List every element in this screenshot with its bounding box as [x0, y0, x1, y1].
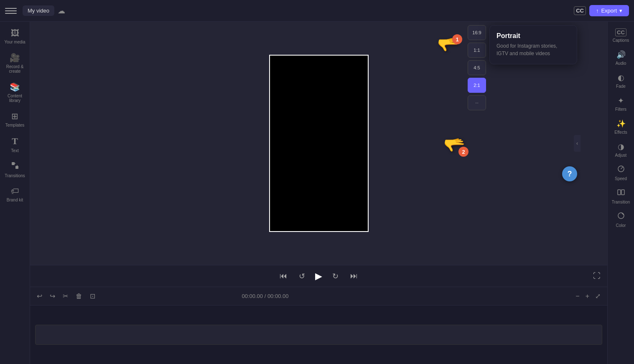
video-canvas	[269, 55, 369, 232]
time-separator: /	[265, 293, 267, 299]
topbar: My video ☁ CC ↑ Export ▾	[0, 0, 634, 22]
ar-btn-1-1[interactable]: 1:1	[468, 43, 486, 58]
sidebar-item-record-create[interactable]: 🎥 Record & create	[2, 49, 28, 77]
sidebar-item-label: Text	[11, 148, 18, 153]
rp-item-label: Captions	[613, 38, 629, 43]
rp-item-label: Speed	[615, 176, 627, 181]
sidebar-item-templates[interactable]: ⊞ Templates	[2, 108, 28, 131]
fast-forward-button[interactable]: ↻	[331, 270, 340, 283]
sidebar-item-transitions[interactable]: Transitions	[2, 158, 28, 181]
sidebar-item-label: Brand kit	[7, 198, 23, 202]
fade-panel-icon: ◐	[618, 73, 624, 82]
undo-button[interactable]: ↩	[35, 290, 44, 302]
rp-item-transition[interactable]: Transition	[609, 185, 633, 208]
cursor-hand-1: 🫳	[437, 34, 459, 55]
topbar-right: CC ↑ Export ▾	[574, 5, 629, 16]
rp-item-effects[interactable]: ✨ Effects	[609, 116, 633, 138]
total-time: 00:00.00	[267, 293, 289, 299]
main-area: 🖼 Your media 🎥 Record & create 📚 Content…	[0, 22, 634, 364]
rp-item-filters[interactable]: ✦ Filters	[609, 93, 633, 115]
rp-item-adjust[interactable]: ◑ Adjust	[609, 139, 633, 161]
transition-panel-icon	[617, 188, 625, 198]
color-panel-icon	[617, 212, 625, 221]
captions-icon[interactable]: CC	[574, 6, 586, 15]
rp-item-audio[interactable]: 🔊 Audio	[609, 47, 633, 69]
ar-btn-2-1[interactable]: 2:1	[468, 78, 486, 93]
redo-button[interactable]: ↪	[48, 290, 57, 302]
sidebar-item-label: Record & create	[3, 64, 27, 74]
timeline-zoom: − + ⤢	[574, 290, 602, 302]
menu-icon[interactable]	[5, 5, 17, 17]
rp-item-label: Adjust	[615, 153, 627, 158]
zoom-fit-button[interactable]: ⤢	[593, 290, 602, 302]
cursor-badge-2: 2	[458, 147, 468, 157]
rp-item-speed[interactable]: Speed	[609, 162, 633, 184]
record-create-icon: 🎥	[10, 53, 20, 63]
cut-button[interactable]: ✂	[61, 290, 70, 302]
cursor-2-annotation: 🫳 2	[443, 135, 465, 155]
aspect-ratio-popup: Portrait Good for Instagram stories, IGT…	[489, 25, 577, 64]
cursor-hand-2: 🫳	[443, 135, 465, 155]
export-arrow-icon: ↑	[596, 8, 599, 14]
play-button[interactable]: ▶	[315, 271, 322, 282]
svg-rect-1	[15, 166, 18, 169]
ar-btn-extra[interactable]: ···	[468, 95, 486, 110]
project-title-area: My video ☁	[23, 5, 65, 16]
help-button[interactable]: ?	[562, 166, 577, 181]
zoom-in-button[interactable]: +	[584, 291, 591, 302]
ar-btn-4-5[interactable]: 4:5	[468, 60, 486, 75]
timeline-track-area	[30, 305, 607, 364]
sidebar-item-text[interactable]: T Text	[2, 132, 28, 156]
cloud-save-icon: ☁	[58, 6, 65, 15]
export-button[interactable]: ↑ Export ▾	[589, 5, 629, 16]
brand-kit-icon: 🏷	[11, 186, 19, 196]
sidebar-item-label: Content library	[3, 94, 27, 103]
rp-item-label: Effects	[614, 130, 627, 135]
skip-to-end-button[interactable]: ⏭	[349, 270, 359, 282]
content-library-icon: 📚	[10, 82, 20, 92]
rp-item-label: Filters	[615, 107, 626, 112]
sidebar-item-label: Transitions	[5, 173, 25, 178]
aspect-ratio-description: Good for Instagram stories, IGTV and mob…	[497, 42, 570, 57]
ar-btn-16-9[interactable]: 16:9	[468, 25, 486, 40]
left-sidebar: 🖼 Your media 🎥 Record & create 📚 Content…	[0, 22, 30, 364]
rp-item-color[interactable]: Color	[609, 209, 633, 231]
captions-panel-icon: CC	[615, 28, 626, 36]
adjust-panel-icon: ◑	[618, 142, 624, 151]
rp-item-label: Audio	[616, 61, 626, 66]
project-title[interactable]: My video	[23, 5, 54, 16]
rp-item-label: Transition	[612, 200, 630, 204]
playback-controls: ⏮ ↺ ▶ ↻ ⏭ ⛶	[30, 265, 607, 287]
skip-to-start-button[interactable]: ⏮	[278, 270, 289, 282]
fullscreen-button[interactable]: ⛶	[593, 272, 601, 280]
sidebar-item-label: Your media	[4, 40, 25, 44]
timeline-time: 00:00.00 / 00:00.00	[242, 293, 288, 299]
duplicate-button[interactable]: ⊡	[88, 290, 97, 302]
sidebar-item-brand-kit[interactable]: 🏷 Brand kit	[2, 183, 28, 206]
sidebar-item-content-library[interactable]: 📚 Content library	[2, 79, 28, 106]
delete-button[interactable]: 🗑	[74, 291, 84, 302]
audio-panel-icon: 🔊	[616, 50, 626, 59]
export-label: Export	[601, 8, 617, 14]
cursor-badge-1: 1	[452, 34, 462, 44]
rp-item-label: Color	[616, 223, 626, 228]
center-wrapper: Portrait Good for Instagram stories, IGT…	[30, 22, 607, 364]
zoom-out-button[interactable]: −	[574, 291, 581, 302]
your-media-icon: 🖼	[11, 28, 19, 38]
timeline-toolbar: ↩ ↪ ✂ 🗑 ⊡ 00:00.00 / 00:00.00 − + ⤢	[30, 287, 607, 305]
cursor-1-annotation: 🫳 1	[437, 34, 459, 55]
filters-panel-icon: ✦	[618, 96, 624, 105]
timeline-area: ↩ ↪ ✂ 🗑 ⊡ 00:00.00 / 00:00.00 − + ⤢	[30, 287, 607, 364]
timeline-track[interactable]	[35, 325, 602, 345]
text-icon: T	[12, 136, 18, 147]
rewind-button[interactable]: ↺	[297, 270, 307, 283]
transitions-icon	[11, 161, 19, 172]
sidebar-collapse-arrow[interactable]: ‹	[574, 135, 581, 152]
rp-item-label: Fade	[616, 84, 626, 89]
speed-panel-icon	[617, 165, 625, 175]
aspect-ratio-buttons: 16:9 1:1 4:5 2:1 ···	[468, 25, 486, 110]
rp-item-captions[interactable]: CC Captions	[609, 25, 633, 46]
aspect-ratio-title: Portrait	[497, 32, 570, 40]
rp-item-fade[interactable]: ◐ Fade	[609, 70, 633, 92]
sidebar-item-your-media[interactable]: 🖼 Your media	[2, 25, 28, 48]
